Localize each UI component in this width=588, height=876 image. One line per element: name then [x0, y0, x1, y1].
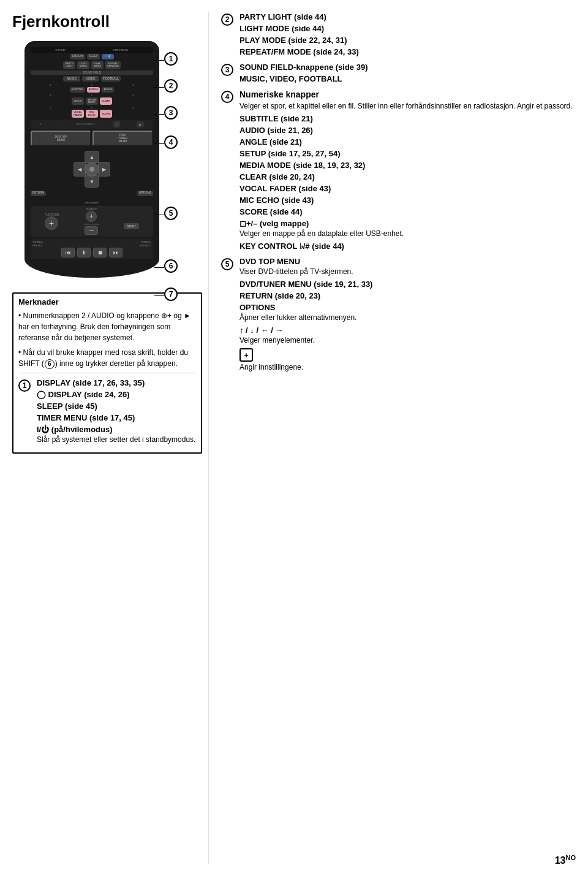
dpad-left[interactable]: ◀: [74, 162, 86, 177]
subtitle-btn[interactable]: SUBTITLE: [70, 87, 85, 92]
play-mode-btn[interactable]: PLAYMODE: [91, 61, 104, 69]
dpad-right[interactable]: ▶: [98, 162, 110, 177]
dvd-top-menu-title: DVD TOP MENU: [239, 257, 576, 266]
sleep-btn[interactable]: SLEEP: [87, 54, 100, 59]
sound-field-bar: SOUND FIELD: [31, 70, 153, 75]
section-badge-5: 5: [164, 207, 178, 220]
mic-echo-btn[interactable]: MICECHO: [86, 110, 98, 118]
key-ctrl-b[interactable]: ♭: [113, 121, 120, 128]
folder-title: ◻+/– (velg mappe): [239, 219, 576, 228]
audio-btn[interactable]: AUDIO⊙: [87, 87, 100, 92]
section-badge-7: 7: [164, 288, 178, 301]
media-mode-title: MEDIA MODE (side 18, 19, 23, 32): [239, 161, 576, 170]
key-control-title: KEY CONTROL ♭/# (side 44): [239, 242, 576, 251]
dpad[interactable]: ▲ ▼ ◀ ▶: [74, 151, 110, 188]
section-num-2: 2: [221, 13, 233, 26]
enter-symbol: +: [239, 348, 253, 362]
section-num-4: 4: [221, 91, 233, 103]
mic-echo-title: MIC ECHO (side 43): [239, 196, 576, 205]
stop-btn[interactable]: ⏹: [93, 248, 107, 257]
football-btn[interactable]: FOOTBALL: [101, 76, 121, 82]
remote-control-image: DISPLAY TIMER MENU DISPLAY SLEEP I / ⏻ P…: [24, 41, 159, 278]
section-num-5: 5: [221, 258, 233, 270]
rewind-btn[interactable]: ⏮: [61, 248, 75, 257]
display-btn[interactable]: DISPLAY: [70, 54, 85, 59]
light-mode-btn[interactable]: LIGHTMODE: [77, 61, 89, 69]
return-btn[interactable]: RETURN: [31, 191, 46, 196]
key-ctrl-hash[interactable]: μ: [137, 121, 143, 128]
page-title: Fjernkontroll: [12, 12, 202, 31]
shift-btn[interactable]: SHIFT: [124, 223, 138, 229]
score-title: SCORE (side 44): [239, 207, 576, 216]
video-btn[interactable]: VIDEO: [82, 76, 99, 82]
numeric-keys-title: Numeriske knapper: [239, 90, 576, 99]
score-btn[interactable]: SCORE: [100, 110, 112, 118]
arrows-title: ↑ / ↓ / ← / →: [239, 326, 576, 335]
play-mode-title: PLAY MODE (side 22, 24, 31): [239, 36, 576, 45]
arrows-desc: Velger menyelementer.: [239, 335, 576, 346]
pause-btn[interactable]: ⏸: [77, 248, 91, 257]
light-mode-title: LIGHT MODE (side 44): [239, 24, 576, 33]
angle-btn[interactable]: ANGLE: [102, 87, 114, 92]
dvd-tuner-menu-btn[interactable]: DVD/TUNERMENU: [92, 131, 153, 146]
power-btn[interactable]: I / ⏻: [102, 54, 114, 59]
options-desc: Åpner eller lukker alternativmenyen.: [239, 312, 576, 323]
party-light-btn[interactable]: PARTYLIGHT: [63, 61, 75, 69]
media-mode-btn[interactable]: MEDIAMODE: [86, 97, 98, 105]
function-label: FUNCTION: [45, 213, 59, 216]
power-title: I/⏻ (på/hvilemodus): [37, 425, 196, 434]
search-minus-btn[interactable]: –: [85, 226, 98, 235]
options-btn[interactable]: OPTIONS: [137, 191, 153, 196]
power-desc: Slår på systemet eller setter det i stan…: [37, 434, 196, 445]
section-badge-4: 4: [164, 135, 178, 149]
section-badge-1: 1: [164, 52, 178, 66]
angle-title: ANGLE (side 21): [239, 137, 576, 147]
clear-btn[interactable]: CLEAR: [100, 97, 112, 105]
notes-item-2: • Når du vil bruke knapper med rosa skri…: [18, 347, 196, 369]
music-video-title: MUSIC, VIDEO, FOOTBALL: [239, 74, 576, 83]
notes-section: Merknader • Nummerknappen 2 / AUDIO og k…: [12, 292, 202, 454]
search-plus-btn[interactable]: +: [86, 211, 97, 222]
enter-desc: Angir innstillingene.: [239, 362, 576, 373]
page-number: 13NO: [555, 854, 576, 866]
dpad-down[interactable]: ▼: [85, 175, 99, 188]
section-num-1: 1: [18, 379, 31, 392]
vocal-fader-btn[interactable]: VOCALFADER: [72, 110, 84, 118]
timer-title: TIMER MENU (side 17, 45): [37, 413, 196, 422]
function-plus-btn[interactable]: +: [45, 216, 58, 230]
numeric-keys-desc: Velger et spor, et kapittel eller en fil…: [239, 101, 576, 112]
setup-btn[interactable]: SETUP: [72, 97, 84, 105]
mega-bass-label: MEGA BASS: [31, 201, 153, 204]
section-badge-6: 6: [164, 259, 178, 273]
setup-title: SETUP (side 17, 25, 27, 54): [239, 149, 576, 158]
repeat-fm-btn[interactable]: REPEAT/FM MODE: [105, 61, 121, 69]
section-badge-2: 2: [164, 79, 178, 93]
notes-item-1: • Nummerknappen 2 / AUDIO og knappene ⊕+…: [18, 310, 196, 343]
right-column: 2 PARTY LIGHT (side 44) LIGHT MODE (side…: [208, 12, 576, 864]
fast-forward-btn[interactable]: ⏭: [109, 248, 123, 257]
subtitle-title: SUBTITLE (side 21): [239, 114, 576, 123]
audio-title: AUDIO (side 21, 26): [239, 126, 576, 135]
options-title: OPTIONS: [239, 303, 576, 312]
folder-desc: Velger en mappe på en dataplate eller US…: [239, 228, 576, 239]
sleep-title: SLEEP (side 45): [37, 402, 196, 411]
party-light-title: PARTY LIGHT (side 44): [239, 12, 576, 21]
music-btn[interactable]: MUSIC: [63, 76, 80, 82]
vocal-fader-title: VOCAL FADER (side 43): [239, 184, 576, 193]
dvd-top-menu-btn[interactable]: DVD TOPMENU: [31, 131, 91, 146]
dvd-tuner-menu-title: DVD/TUNER MENU (side 19, 21, 33): [239, 280, 576, 289]
dpad-up[interactable]: ▲: [85, 151, 99, 163]
section-badge-3: 3: [164, 106, 178, 120]
sound-field-title: SOUND FIELD-knappene (side 39): [239, 63, 576, 72]
display2-title: ◯ DISPLAY (side 24, 26): [37, 390, 196, 399]
dpad-center-btn[interactable]: [85, 162, 99, 177]
repeat-fm-title: REPEAT/FM MODE (side 24, 33): [239, 47, 576, 56]
display-title: DISPLAY (side 17, 26, 33, 35): [37, 378, 196, 387]
dvd-top-menu-desc: Viser DVD-tittelen på TV-skjermen.: [239, 266, 576, 277]
section-num-3: 3: [221, 64, 233, 76]
return-title: RETURN (side 20, 23): [239, 291, 576, 300]
clear-title: CLEAR (side 20, 24): [239, 172, 576, 181]
